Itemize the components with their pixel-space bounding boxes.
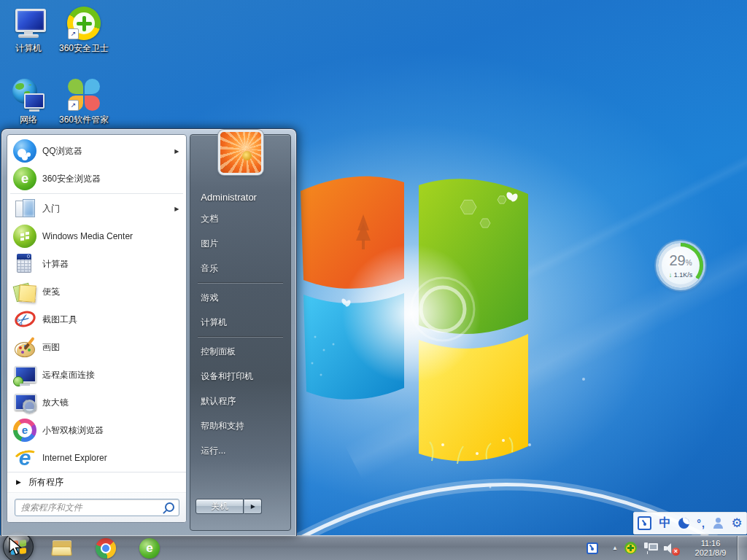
computer-icon — [11, 6, 46, 41]
search-icon[interactable] — [165, 502, 174, 512]
start-menu-right-panel: Administrator 文档 图片 音乐 游戏 计算机 控制面板 设备和打印… — [190, 134, 291, 531]
menu-item-run[interactable]: 运行... — [190, 438, 290, 463]
menu-item-qq-browser[interactable]: QQ浏览器 ▶ — [9, 137, 185, 165]
desktop-icon-network[interactable]: 网络 — [0, 77, 60, 126]
memory-percent: 29% — [669, 253, 692, 271]
menu-item-label: 入门 — [42, 203, 174, 215]
menu-item-pictures[interactable]: 图片 — [190, 231, 290, 256]
network-icon — [11, 77, 46, 112]
user-avatar[interactable] — [220, 132, 261, 173]
menu-item-360-browser[interactable]: 360安全浏览器 — [9, 165, 185, 192]
start-search-box[interactable] — [15, 499, 179, 516]
taskbar: ▲ × 11:16 2021/8/9 — [0, 535, 747, 560]
360-software-manager-icon: ↗ — [66, 77, 101, 112]
windows7-desktop: 计算机 ↗ 360安全卫士 网络 ↗ 360软件管家 29% ↓ 1.1K/s — [0, 0, 747, 560]
chrome-icon — [96, 538, 116, 559]
menu-item-label: 放大镜 — [42, 397, 179, 409]
menu-item-label: Windows Media Center — [42, 231, 179, 241]
search-input[interactable] — [20, 502, 162, 513]
system-tray: ▲ × 11:16 2021/8/9 — [587, 536, 747, 560]
desktop-icon-360-software-manager[interactable]: ↗ 360软件管家 — [53, 77, 115, 126]
menu-item-xiaozhi-browser[interactable]: 小智双核浏览器 — [9, 416, 185, 444]
360-browser-icon — [139, 538, 160, 559]
sticky-notes-icon — [13, 280, 36, 303]
show-desktop-button[interactable] — [737, 536, 747, 560]
calculator-icon — [13, 252, 36, 276]
user-name[interactable]: Administrator — [201, 192, 257, 203]
all-programs-arrow-icon: ▶ — [16, 478, 21, 486]
tray-ime-status-icon[interactable] — [587, 542, 598, 554]
menu-item-getting-started[interactable]: 入门 ▶ — [9, 195, 185, 222]
desktop-icon-label: 网络 — [0, 114, 60, 126]
menu-item-label: 便笺 — [42, 286, 179, 298]
menu-item-control-panel[interactable]: 控制面板 — [190, 339, 290, 364]
desktop-icon-label: 360安全卫士 — [53, 42, 115, 55]
clock-time: 11:16 — [686, 539, 735, 548]
menu-item-label: 远程桌面连接 — [42, 369, 179, 381]
taskbar-explorer-button[interactable] — [51, 537, 73, 559]
ime-user-icon[interactable] — [713, 518, 724, 529]
menu-item-documents[interactable]: 文档 — [190, 206, 290, 231]
internet-explorer-icon — [13, 446, 36, 470]
submenu-arrow-icon: ▶ — [174, 206, 179, 212]
all-programs-button[interactable]: ▶ 所有程序 — [7, 472, 186, 492]
360-browser-icon — [13, 167, 36, 190]
menu-item-computer[interactable]: 计算机 — [190, 310, 290, 335]
desktop-icon-label: 计算机 — [0, 42, 60, 55]
ime-fullwidth-moon-icon[interactable] — [678, 518, 689, 529]
menu-separator — [198, 336, 283, 338]
menu-item-windows-media-center[interactable]: Windows Media Center — [9, 222, 185, 250]
menu-item-label: 360安全浏览器 — [42, 173, 179, 185]
menu-item-internet-explorer[interactable]: Internet Explorer — [9, 444, 185, 472]
xiaozhi-browser-icon — [13, 419, 36, 442]
menu-item-devices-printers[interactable]: 设备和打印机 — [190, 364, 290, 389]
magnifier-icon — [13, 391, 36, 414]
windows-media-center-icon — [13, 225, 36, 248]
remote-desktop-icon — [13, 363, 36, 386]
desktop-icon-360-safe[interactable]: ↗ 360安全卫士 — [53, 6, 115, 55]
ime-chinese-mode-icon[interactable]: 中 — [659, 516, 671, 531]
light-streak — [398, 34, 747, 345]
360-safe-icon: ↗ — [66, 6, 101, 41]
ime-status-icon[interactable] — [638, 516, 651, 530]
desktop-icon-label: 360软件管家 — [53, 114, 115, 126]
menu-item-snipping-tool[interactable]: 截图工具 — [9, 306, 185, 333]
taskbar-360-browser-button[interactable] — [139, 537, 160, 559]
menu-item-help-support[interactable]: 帮助和支持 — [190, 413, 290, 438]
mute-badge: × — [672, 548, 680, 556]
menu-item-default-programs[interactable]: 默认程序 — [190, 389, 290, 413]
ime-toolbar: 中 °, ⚙ — [633, 512, 747, 534]
windows-logo-icon — [11, 540, 26, 555]
taskbar-clock[interactable]: 11:16 2021/8/9 — [686, 539, 735, 558]
menu-item-calculator[interactable]: 计算器 — [9, 250, 185, 278]
menu-item-label: 画图 — [42, 341, 179, 354]
ime-settings-gear-icon[interactable]: ⚙ — [732, 517, 743, 529]
menu-item-paint[interactable]: 画图 — [9, 333, 185, 361]
clock-date: 2021/8/9 — [686, 548, 735, 558]
menu-item-remote-desktop[interactable]: 远程桌面连接 — [9, 361, 185, 389]
menu-separator — [10, 193, 183, 194]
shutdown-options-arrow[interactable]: ▶ — [244, 499, 262, 514]
show-hidden-icons-arrow[interactable]: ▲ — [612, 545, 618, 551]
tray-volume-muted-icon[interactable]: × — [664, 542, 680, 555]
down-arrow-icon: ↓ — [669, 271, 673, 279]
light-streak — [344, 114, 747, 480]
menu-item-label: 小智双核浏览器 — [42, 424, 179, 437]
menu-item-games[interactable]: 游戏 — [190, 285, 290, 310]
shutdown-area: 关机 ▶ — [196, 499, 262, 514]
paint-icon — [13, 335, 36, 359]
taskbar-chrome-button[interactable] — [95, 537, 117, 559]
menu-item-sticky-notes[interactable]: 便笺 — [9, 278, 185, 306]
desktop-icon-computer[interactable]: 计算机 — [0, 6, 60, 55]
tray-360-icon[interactable] — [624, 542, 637, 554]
360-speed-ball-widget[interactable]: 29% ↓ 1.1K/s — [658, 243, 703, 288]
start-menu-left-panel: QQ浏览器 ▶ 360安全浏览器 入门 ▶ Windows Media Cent… — [7, 134, 187, 523]
menu-item-magnifier[interactable]: 放大镜 — [9, 389, 185, 416]
menu-item-label: 计算器 — [42, 258, 179, 271]
shutdown-button[interactable]: 关机 — [196, 499, 244, 514]
ime-punctuation-icon[interactable]: °, — [697, 518, 705, 529]
tray-network-icon[interactable] — [643, 542, 658, 554]
submenu-arrow-icon: ▶ — [174, 148, 179, 155]
menu-item-music[interactable]: 音乐 — [190, 256, 290, 281]
menu-separator — [198, 282, 283, 284]
